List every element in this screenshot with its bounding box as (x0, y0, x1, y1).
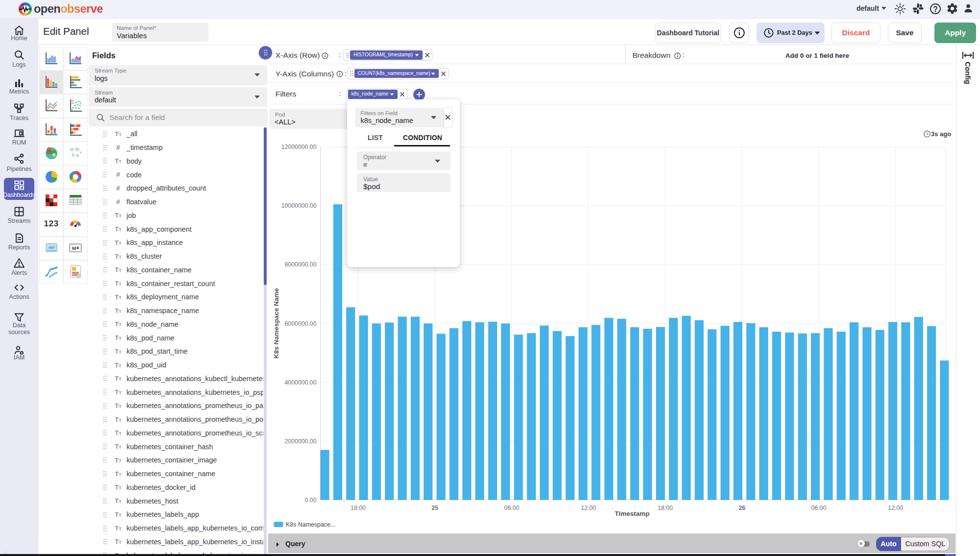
svg-text:8000000.00: 8000000.00 (284, 261, 316, 268)
svg-text:12:00: 12:00 (580, 505, 596, 511)
svg-text:26: 26 (738, 505, 745, 511)
svg-text:M: M (72, 245, 76, 251)
svg-text:25: 25 (431, 505, 438, 511)
svg-text:3s ago: 3s ago (931, 130, 951, 138)
svg-text:12:00: 12:00 (888, 505, 903, 511)
svg-text:2000000.00: 2000000.00 (284, 438, 316, 445)
svg-text:18:00: 18:00 (351, 505, 366, 511)
svg-text:K8s Namespace Name: K8s Namespace Name (273, 288, 280, 359)
svg-text:K8s Namespace...: K8s Namespace... (286, 521, 335, 528)
svg-text:18:00: 18:00 (657, 505, 673, 511)
svg-text:</>: </> (49, 245, 54, 249)
svg-text:6000000.00: 6000000.00 (284, 320, 316, 327)
svg-text:4000000.00: 4000000.00 (284, 379, 316, 386)
svg-text:0.00: 0.00 (304, 497, 316, 504)
svg-text:10000000.00: 10000000.00 (281, 202, 316, 209)
svg-text:06:00: 06:00 (504, 505, 519, 511)
svg-text:Timestamp: Timestamp (614, 510, 649, 517)
svg-text:06:00: 06:00 (811, 505, 826, 511)
svg-text:12000000.00: 12000000.00 (281, 144, 316, 150)
